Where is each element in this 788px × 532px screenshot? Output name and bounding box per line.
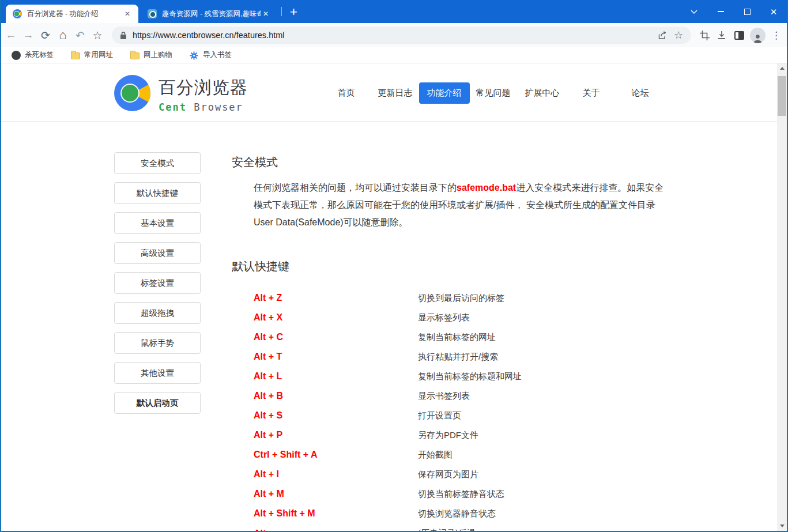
nav-link[interactable]: 首页 <box>330 82 363 104</box>
reopen-closed-tab-button[interactable]: ↶ <box>71 27 89 44</box>
gear-icon <box>190 51 199 60</box>
shortcut-description: 开始截图 <box>418 450 453 461</box>
reload-icon: ⟳ <box>41 29 50 42</box>
side-menu-button[interactable]: 标签设置 <box>114 272 201 294</box>
screenshot-crop-button[interactable] <box>696 27 713 44</box>
nav-link[interactable]: 扩展中心 <box>517 82 568 104</box>
shortcut-keys: Alt + M <box>254 489 418 499</box>
scroll-up-icon <box>780 67 785 70</box>
nav-link[interactable]: 论坛 <box>624 82 657 104</box>
side-menu-button[interactable]: 其他设置 <box>114 362 201 384</box>
star-icon: ☆ <box>92 29 102 42</box>
minimize-button[interactable] <box>707 0 734 23</box>
shortcut-description: 切换当前标签静音状态 <box>418 489 504 500</box>
shortcut-keys: Alt + X <box>254 312 418 323</box>
crop-icon <box>700 31 710 40</box>
maximize-button[interactable] <box>734 0 760 23</box>
bookmark-label: 导入书签 <box>203 50 232 60</box>
tab-close-icon[interactable]: ✕ <box>261 9 271 19</box>
scroll-down-button[interactable] <box>777 521 787 531</box>
scrollbar-thumb[interactable] <box>778 76 786 116</box>
section-heading-shortcuts: 默认快捷键 <box>232 259 676 274</box>
bookmark-item[interactable]: 杀死标签 <box>7 49 58 61</box>
shortcut-keys: Alt + C <box>254 332 418 342</box>
browser-menu-button[interactable]: ⋮ <box>768 29 787 41</box>
side-menu-button[interactable]: 超级拖拽 <box>114 302 201 324</box>
side-menu: 安全模式 默认快捷键 基本设置 高级设置 标签设置 超级拖拽 鼠标手势 其他设置… <box>114 152 201 422</box>
shortcut-description: 显示标签列表 <box>418 312 470 323</box>
home-icon: ⌂ <box>59 28 66 43</box>
new-tab-button[interactable]: + <box>285 6 302 18</box>
home-button[interactable]: ⌂ <box>54 27 71 44</box>
web-page: 百分浏览器 Cent Browser 首页 更新日志 功能介绍 <box>1 63 787 531</box>
site-subtitle: Cent Browser <box>159 101 248 113</box>
shortcut-row: Alt + P 另存为PDF文件 <box>254 425 676 445</box>
shortcut-description: 打开设置页 <box>418 410 461 421</box>
undo-arrow-icon: ↶ <box>76 29 85 42</box>
side-menu-button[interactable]: 基本设置 <box>114 212 201 234</box>
shortcut-row: Alt + I 保存网页为图片 <box>254 465 676 484</box>
tab-favicon-icon <box>13 9 22 18</box>
bookmark-this-page-button[interactable]: ☆ <box>89 27 106 44</box>
main-content: 安全模式 任何浏览器相关的问题，均可以通过安装目录下的safemode.bat进… <box>232 122 676 531</box>
nav-link[interactable]: 常见问题 <box>468 82 519 104</box>
shortcut-keys: Alt + ⇦ <box>254 528 418 531</box>
minimize-icon <box>718 11 724 12</box>
share-button[interactable] <box>654 27 670 43</box>
nav-link[interactable]: 更新日志 <box>370 82 421 104</box>
shortcut-row: Alt + X 显示标签列表 <box>254 308 676 327</box>
bookmark-item[interactable]: 常用网址 <box>66 49 118 61</box>
profile-avatar[interactable] <box>750 28 766 43</box>
shortcut-description: (历史记录)后退 <box>418 528 476 531</box>
shortcut-row: Alt + Z 切换到最后访问的标签 <box>254 288 676 308</box>
browser-toolbar: ← → ⟳ ⌂ ↶ ☆ https://www.centbrowser.cn/f… <box>1 23 787 47</box>
shortcut-row: Alt + C 复制当前标签的网址 <box>254 327 676 347</box>
url-text[interactable]: https://www.centbrowser.cn/features.html <box>133 31 654 40</box>
window-controls: ✕ <box>681 0 787 23</box>
tab-close-icon[interactable]: ✕ <box>122 9 133 19</box>
bookmark-item[interactable]: 导入书签 <box>185 49 236 61</box>
shortcut-row: Alt + M 切换当前标签静音状态 <box>254 484 676 504</box>
person-icon <box>753 33 763 43</box>
side-panel-button[interactable] <box>730 27 748 44</box>
site-header: 百分浏览器 Cent Browser 首页 更新日志 功能介绍 <box>1 63 778 122</box>
bookmarks-bar: 杀死标签 <box>1 47 787 63</box>
shortcut-keys: Alt + Z <box>254 293 418 303</box>
browser-tab[interactable]: 百分浏览器 - 功能介绍 ✕ <box>6 5 138 23</box>
site-nav: 首页 更新日志 功能介绍 常见问题 扩展中心 <box>322 63 665 122</box>
close-button[interactable]: ✕ <box>760 0 787 23</box>
nav-link[interactable]: 功能介绍 <box>419 82 470 104</box>
share-icon <box>658 31 668 40</box>
shortcut-description: 切换浏览器静音状态 <box>418 508 496 519</box>
forward-button[interactable]: → <box>20 27 37 44</box>
site-logo[interactable]: 百分浏览器 Cent Browser <box>114 75 248 113</box>
tab-search-button[interactable] <box>681 0 707 23</box>
back-button[interactable]: ← <box>2 27 20 44</box>
shortcut-row: Alt + L 复制当前标签的标题和网址 <box>254 367 676 386</box>
scroll-down-icon <box>780 525 785 527</box>
shortcut-keys: Alt + L <box>254 371 418 382</box>
shortcut-row: Alt + Shift + M 切换浏览器静音状态 <box>254 504 676 523</box>
back-icon: ← <box>6 29 17 41</box>
side-menu-button[interactable]: 鼠标手势 <box>114 332 201 354</box>
address-bar[interactable]: https://www.centbrowser.cn/features.html… <box>112 27 691 44</box>
tab-title: 趣奇资源网 - 残雪资源网,趣味奇 <box>162 9 261 19</box>
browser-tab[interactable]: 趣奇资源网 - 残雪资源网,趣味奇 ✕ <box>141 5 277 23</box>
side-menu-button[interactable]: 默认快捷键 <box>114 182 201 204</box>
bookmark-star-button[interactable]: ☆ <box>670 27 687 43</box>
safe-mode-paragraph: 任何浏览器相关的问题，均可以通过安装目录下的safemode.bat进入安全模式… <box>254 179 668 231</box>
shortcut-description: 复制当前标签的网址 <box>418 332 496 343</box>
scroll-up-button[interactable] <box>777 63 787 73</box>
nav-link[interactable]: 关于 <box>575 82 608 104</box>
site-content: 安全模式 默认快捷键 基本设置 高级设置 标签设置 超级拖拽 鼠标手势 其他设置… <box>1 122 778 531</box>
side-menu-button[interactable]: 安全模式 <box>114 152 201 174</box>
shortcut-keys: Ctrl + Shift + A <box>254 450 418 460</box>
reload-button[interactable]: ⟳ <box>37 27 54 44</box>
shortcut-row: Alt + S 打开设置页 <box>254 406 676 425</box>
page-scrollbar[interactable] <box>777 63 787 531</box>
download-button[interactable] <box>713 27 730 44</box>
side-menu-button[interactable]: 默认启动页 <box>114 392 201 414</box>
bookmark-item[interactable]: 网上购物 <box>126 49 177 61</box>
side-menu-button[interactable]: 高级设置 <box>114 242 201 264</box>
site-title: 百分浏览器 <box>159 76 248 100</box>
